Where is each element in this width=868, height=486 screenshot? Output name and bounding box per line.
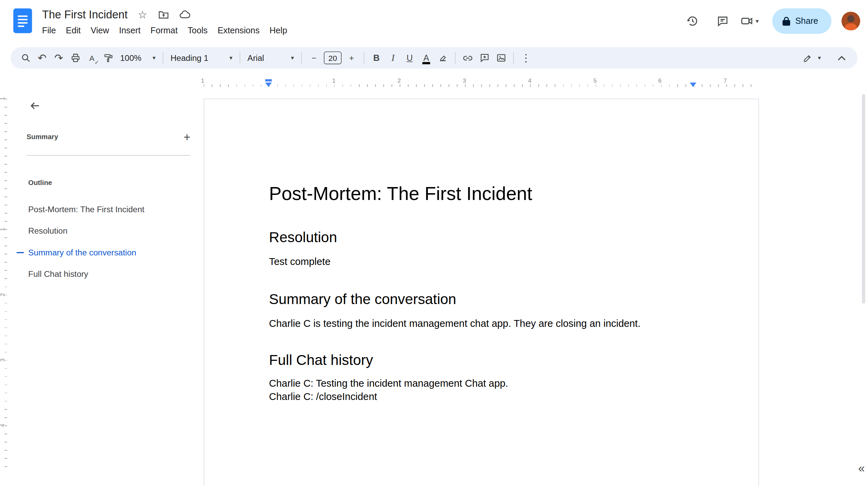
menu-extensions[interactable]: Extensions [213, 24, 265, 37]
outline-item[interactable]: Post-Mortem: The First Incident [10, 198, 204, 220]
doc-section-heading[interactable]: Resolution [269, 228, 693, 246]
menu-view[interactable]: View [86, 24, 114, 37]
horizontal-ruler: 1 1 2 3 4 5 6 7 [10, 76, 868, 90]
summary-label: Summary [27, 133, 58, 141]
ruler-ticks [204, 84, 759, 87]
ruler-number: 1 [0, 228, 5, 231]
doc-paragraph[interactable]: Charlie C: Testing the incident manageme… [269, 377, 693, 390]
right-indent-marker[interactable] [690, 83, 697, 87]
ruler-number: 2 [0, 293, 5, 297]
ruler-number: 7 [724, 77, 727, 84]
doc-section-heading[interactable]: Summary of the conversation [269, 290, 693, 308]
divider [163, 52, 163, 64]
menu-help[interactable]: Help [264, 24, 292, 37]
ruler-number: 1 [332, 77, 335, 84]
paint-format-icon[interactable] [100, 50, 117, 66]
undo-icon[interactable]: ↶ [34, 50, 50, 66]
top-bar: The First Incident ☆ File Edit View Inse [0, 0, 868, 47]
divider [301, 52, 302, 64]
menu-tools[interactable]: Tools [183, 24, 212, 37]
ruler-number: 4 [528, 77, 532, 84]
top-bar-actions: ▾ Share [680, 7, 860, 35]
toolbar-right-group: ▾ [803, 50, 850, 66]
insert-image-icon[interactable] [493, 50, 509, 66]
search-icon[interactable] [17, 50, 34, 66]
active-indicator [17, 252, 24, 253]
menu-insert[interactable]: Insert [114, 24, 145, 37]
increase-font-size-button[interactable]: + [343, 50, 360, 66]
vertical-scrollbar[interactable] [862, 94, 865, 304]
chevron-down-icon: ▾ [291, 54, 294, 62]
divider [364, 52, 364, 64]
menu-bar: File Edit View Insert Format Tools Exten… [37, 24, 292, 37]
left-indent-marker[interactable] [265, 83, 272, 87]
summary-header: Summary + [27, 131, 190, 143]
ruler-ticks [4, 99, 7, 471]
first-line-indent-marker[interactable] [265, 79, 272, 82]
text-color-button[interactable]: A [418, 50, 435, 66]
share-label: Share [795, 16, 818, 26]
cloud-status-icon[interactable] [178, 8, 191, 20]
more-options-icon[interactable]: ⋮ [518, 50, 534, 66]
divider [513, 52, 514, 64]
underline-button[interactable]: U [401, 50, 418, 66]
avatar[interactable] [841, 12, 860, 30]
font-size-input[interactable]: 20 [324, 51, 342, 64]
document-page[interactable]: Post-Mortem: The First Incident Resoluti… [204, 99, 759, 486]
comments-icon[interactable] [710, 9, 735, 33]
chevron-down-icon[interactable]: ▾ [756, 17, 759, 24]
paragraph-style-select[interactable]: Heading 1 ▾ [167, 50, 236, 66]
divider [240, 52, 240, 64]
vertical-ruler: 1 1 2 3 4 [0, 83, 10, 486]
ruler-number: 1 [0, 97, 5, 100]
doc-paragraph[interactable]: Charlie C is testing the incident manage… [269, 317, 693, 330]
spellcheck-icon[interactable]: A ✓ [84, 50, 100, 66]
decrease-font-size-button[interactable]: − [306, 50, 322, 66]
pencil-icon [803, 53, 813, 63]
italic-button[interactable]: I [385, 50, 401, 66]
google-docs-window: The First Incident ☆ File Edit View Inse [0, 0, 868, 486]
redo-icon[interactable]: ↷ [50, 50, 67, 66]
docs-logo-icon[interactable] [13, 8, 32, 33]
title-block: The First Incident ☆ File Edit View Inse [42, 6, 292, 37]
star-icon[interactable]: ☆ [137, 8, 149, 20]
outline-item[interactable]: Full Chat history [10, 263, 204, 285]
menu-edit[interactable]: Edit [61, 24, 86, 37]
collapse-side-icon[interactable]: « [858, 462, 865, 475]
back-icon[interactable] [28, 99, 42, 113]
add-comment-icon[interactable] [476, 50, 493, 66]
share-button[interactable]: Share [772, 8, 832, 34]
version-history-icon[interactable] [680, 9, 705, 33]
outline-label: Outline [28, 179, 52, 187]
menu-file[interactable]: File [37, 24, 61, 37]
outline-item[interactable]: Resolution [10, 220, 204, 242]
editing-mode-select[interactable]: ▾ [803, 53, 821, 63]
doc-paragraph[interactable]: Test complete [269, 255, 693, 268]
ruler-number: 3 [0, 358, 5, 362]
zoom-select[interactable]: 100% ▾ [117, 50, 159, 66]
chevron-down-icon: ▾ [153, 54, 156, 62]
doc-section-heading[interactable]: Full Chat history [269, 351, 693, 369]
document-title[interactable]: The First Incident [42, 8, 128, 21]
video-call-button[interactable]: ▾ [740, 14, 759, 28]
doc-paragraph[interactable]: Charlie C: /closeIncident [269, 390, 693, 403]
ruler-number: 4 [0, 424, 5, 427]
menu-format[interactable]: Format [145, 24, 183, 37]
font-select[interactable]: Arial ▾ [244, 50, 297, 66]
ruler-number: 1 [201, 77, 204, 84]
outline-list: Post-Mortem: The First Incident Resoluti… [10, 198, 204, 285]
ruler-number: 3 [463, 77, 466, 84]
insert-link-icon[interactable] [459, 50, 476, 66]
divider [27, 155, 190, 156]
chevron-down-icon: ▾ [229, 54, 232, 62]
toolbar: ↶ ↷ A ✓ 100% ▾ Heading 1 ▾ Arial ▾ [11, 47, 857, 69]
highlight-color-icon[interactable] [435, 50, 451, 66]
doc-title-heading[interactable]: Post-Mortem: The First Incident [269, 182, 693, 205]
add-summary-button[interactable]: + [184, 131, 190, 143]
outline-item-active[interactable]: Summary of the conversation [10, 241, 204, 263]
hide-menus-icon[interactable] [833, 50, 850, 66]
move-folder-icon[interactable] [157, 8, 170, 20]
lock-icon [782, 16, 790, 26]
bold-button[interactable]: B [368, 50, 385, 66]
print-icon[interactable] [67, 50, 84, 66]
